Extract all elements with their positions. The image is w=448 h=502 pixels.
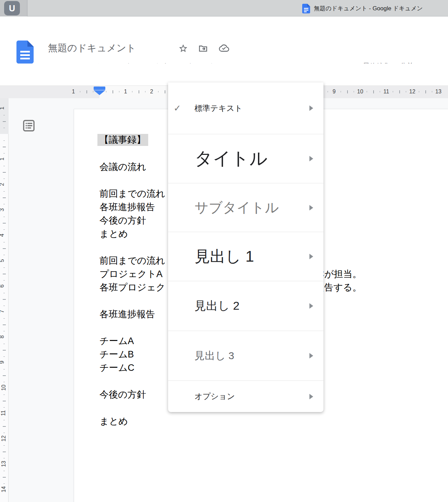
vruler-tick (3, 318, 5, 319)
vruler-tick (3, 255, 5, 255)
vruler-tick (3, 350, 6, 351)
vruler-tick (3, 204, 5, 204)
indent-marker[interactable] (94, 87, 105, 95)
hruler-tick (432, 91, 432, 92)
hruler-number: 11 (384, 89, 389, 95)
hruler-tick (399, 90, 400, 93)
style-menu-item-label: 標準テキスト (194, 103, 243, 114)
hruler-tick (393, 91, 393, 92)
document-title[interactable]: 無題のドキュメント (48, 42, 136, 55)
vertical-ruler-margin-zone (0, 98, 9, 134)
style-menu-item-3[interactable]: 見出し 1 (168, 232, 323, 281)
hruler-number: 13 (435, 89, 441, 95)
hruler-number: 1 (72, 89, 75, 95)
style-menu-item-1[interactable]: タイトル (168, 134, 323, 183)
hruler-tick (341, 91, 341, 92)
vruler-number: 2 (0, 183, 5, 186)
hruler-number: 1 (124, 89, 127, 95)
pinned-tab[interactable]: U (0, 0, 27, 16)
hruler-tick (380, 91, 380, 92)
vruler-tick (3, 433, 5, 433)
cloud-status-icon[interactable] (219, 44, 228, 53)
first-line-indent-marker[interactable] (94, 87, 105, 90)
vruler-tick (3, 179, 5, 179)
vruler-tick (3, 121, 6, 122)
vruler-number: 4 (0, 234, 5, 237)
vruler-tick (3, 191, 5, 192)
hruler-tick (347, 90, 348, 93)
vruler-tick (3, 407, 5, 408)
move-folder-icon[interactable] (198, 44, 208, 53)
vruler-tick (3, 223, 6, 224)
vruler-tick (3, 140, 5, 141)
vruler-tick (3, 369, 5, 369)
vruler-tick (3, 306, 5, 306)
vruler-number: 6 (0, 285, 5, 288)
submenu-arrow-icon (309, 303, 313, 309)
browser-tab-bar: U 無題のドキュメント - Google ドキュメン (0, 0, 448, 16)
vruler-tick (3, 299, 6, 300)
vruler-number: 14 (1, 486, 7, 492)
style-menu-item-2[interactable]: サブタイトル (168, 183, 323, 232)
style-menu-item-label: タイトル (194, 147, 268, 171)
hruler-tick (113, 90, 113, 93)
star-icon[interactable] (178, 44, 188, 53)
submenu-arrow-icon (309, 254, 313, 259)
vruler-tick (3, 293, 5, 293)
vertical-ruler: 11234567891011121314 (0, 98, 9, 502)
style-menu-item-label: 見出し 1 (194, 246, 254, 267)
vruler-number: 3 (0, 208, 5, 212)
style-menu-item-label: 見出し 3 (194, 349, 234, 363)
style-menu-item-label: 見出し 2 (194, 298, 239, 314)
vruler-tick (3, 382, 5, 382)
hruler-tick (373, 90, 374, 93)
submenu-arrow-icon (309, 156, 313, 161)
vruler-tick (3, 395, 5, 395)
hruler-number: 10 (357, 89, 363, 95)
vruler-number: 11 (0, 410, 7, 416)
hruler-tick (139, 90, 139, 93)
browser-tab-title[interactable]: 無題のドキュメント - Google ドキュメン (314, 4, 448, 12)
hruler-tick (145, 91, 145, 92)
vruler-tick (3, 197, 6, 198)
vruler-number: 8 (0, 335, 5, 339)
style-menu-item-5[interactable]: 見出し 3 (168, 331, 323, 380)
docs-logo[interactable] (16, 41, 34, 64)
checkmark-icon: ✓ (174, 103, 181, 114)
vruler-tick (3, 356, 5, 357)
hruler-tick (158, 91, 158, 92)
left-indent-marker[interactable] (94, 90, 105, 95)
vruler-tick (3, 280, 5, 281)
docs-favicon (302, 4, 310, 13)
vruler-tick (3, 274, 6, 274)
vruler-number: 9 (0, 361, 5, 364)
hruler-tick (93, 91, 93, 92)
vruler-tick (3, 471, 5, 471)
vruler-tick (3, 331, 5, 331)
vruler-tick (3, 229, 5, 230)
vruler-number: 5 (0, 259, 5, 262)
hruler-tick (86, 90, 87, 93)
hruler-tick (419, 91, 419, 92)
vruler-tick (3, 445, 5, 446)
hruler-tick (354, 91, 354, 92)
paragraph-styles-menu: ✓標準テキストタイトルサブタイトル見出し 1見出し 2見出し 3オプション (168, 82, 323, 412)
submenu-arrow-icon (309, 205, 313, 210)
vruler-tick (3, 401, 6, 401)
pinned-tab-icon[interactable]: U (4, 1, 20, 15)
document-outline-button[interactable] (22, 119, 36, 133)
vruler-tick (3, 344, 5, 344)
style-menu-item-label: サブタイトル (194, 198, 279, 217)
vruler-number: 13 (1, 461, 7, 467)
vruler-tick (3, 477, 6, 478)
vruler-number: 12 (1, 435, 7, 442)
vruler-tick (3, 128, 5, 128)
style-menu-item-6[interactable]: オプション (168, 380, 323, 412)
hruler-tick (328, 91, 328, 92)
hruler-number: 12 (409, 89, 415, 95)
hruler-tick (106, 91, 106, 92)
style-menu-item-label: オプション (194, 391, 235, 402)
style-menu-item-4[interactable]: 見出し 2 (168, 281, 323, 331)
style-menu-item-0[interactable]: ✓標準テキスト (168, 82, 323, 134)
vruler-number: 1 (0, 158, 5, 161)
